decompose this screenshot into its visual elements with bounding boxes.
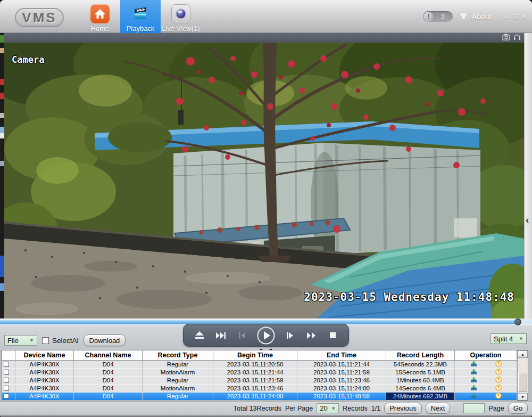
clock-icon[interactable] <box>495 361 502 368</box>
select-all-checkbox[interactable] <box>42 337 49 344</box>
table-row[interactable]: A4P4K30XD04Regular2023-03-15,11:20:50202… <box>2 361 517 369</box>
row-checkbox[interactable] <box>4 362 9 367</box>
alarm-badge[interactable]: ! 2 <box>423 11 453 22</box>
header-checkbox-col <box>2 350 15 360</box>
row-cell: 2023-03-15,11:23:46 <box>213 385 297 392</box>
next-page-button[interactable]: Next <box>426 403 451 414</box>
previous-frame-button[interactable] <box>235 328 250 343</box>
scrollbar-thumb[interactable] <box>518 373 527 392</box>
table-row[interactable]: A4P4K30XD04Regular2023-03-15,11:24:00202… <box>2 393 517 400</box>
row-cell: 15Seconds 5.1MB <box>386 369 455 376</box>
clock-icon[interactable] <box>495 377 502 384</box>
header-begin-time: Begin Time <box>213 350 297 360</box>
row-cell: 2023-03-15,11:21:44 <box>297 361 386 368</box>
row-cell: 54Seconds 22.3MB <box>386 361 455 368</box>
eject-button[interactable] <box>192 328 207 343</box>
expand-panel-icon: ‹ <box>526 214 529 226</box>
tab-playback-label: Playback <box>127 24 155 32</box>
row-cell: 2023-03-15,11:24:00 <box>297 385 386 392</box>
row-cell: MotionAlarm <box>143 385 213 392</box>
download-button[interactable]: Download <box>84 334 126 346</box>
row-operation-cell <box>455 385 517 392</box>
maximize-button[interactable]: □ <box>513 13 517 20</box>
fast-forward-button[interactable] <box>304 328 319 343</box>
page-number-input[interactable] <box>463 403 485 413</box>
table-header-row: Device Name Channel Name Record Type Beg… <box>2 350 517 361</box>
download-record-icon[interactable] <box>470 369 477 376</box>
split-dropdown[interactable]: Split 4 ▼ <box>491 333 527 344</box>
header-device-name: Device Name <box>15 350 74 360</box>
file-type-dropdown[interactable]: File ▼ <box>4 335 37 346</box>
skin-icon <box>458 12 469 21</box>
pagination-bar: Total 13Records Per Page 20 ▼ Records 1/… <box>0 401 532 415</box>
record-length-highlight: 24Minutes 692.3MB <box>386 393 454 400</box>
scroll-up-icon[interactable]: ▲ <box>518 350 528 358</box>
controls-row: File ▼ SelectAl Download <box>0 325 532 350</box>
go-button[interactable]: Go <box>508 403 528 414</box>
previous-page-button[interactable]: Previous <box>384 403 422 414</box>
home-icon <box>90 4 110 23</box>
row-checkbox[interactable] <box>4 386 9 391</box>
right-panel-handle[interactable]: ‹ <box>524 33 532 318</box>
table-row[interactable]: A4P4K30XD04Regular2023-03-15,11:21:59202… <box>2 377 517 385</box>
stop-button[interactable] <box>325 328 340 343</box>
download-record-icon[interactable] <box>470 361 477 368</box>
row-cell: A4P4K30X <box>15 361 74 368</box>
download-record-icon[interactable] <box>470 377 477 384</box>
records-page-value: 1/1 <box>371 405 380 412</box>
tab-home[interactable]: Home <box>80 0 120 33</box>
clock-icon[interactable] <box>495 393 502 400</box>
table-scrollbar[interactable]: ▲ ▼ <box>517 350 528 400</box>
records-table-section: Device Name Channel Name Record Type Beg… <box>0 350 532 401</box>
table-row[interactable]: A4P4K30XD04MotionAlarm2023-03-15,11:23:4… <box>2 385 517 393</box>
clock-icon[interactable] <box>495 385 502 392</box>
close-button[interactable]: × <box>522 13 527 20</box>
per-page-value: 20 <box>320 404 327 412</box>
row-cell: 2023-03-15,11:21:59 <box>297 369 386 376</box>
tab-home-label: Home <box>91 24 110 32</box>
row-operation-cell <box>455 361 517 368</box>
row-cell: D04 <box>74 393 143 400</box>
row-checkbox-cell <box>2 393 15 400</box>
table-row[interactable]: A4P4K30XD04MotionAlarm2023-03-15,11:21:4… <box>2 369 517 377</box>
next-frame-button[interactable] <box>282 328 297 343</box>
left-edge-strip <box>0 33 4 318</box>
row-cell: 14Seconds 6.4MB <box>386 385 455 392</box>
playback-control-bar <box>183 324 349 347</box>
chevron-down-icon: ▼ <box>29 338 34 343</box>
row-checkbox[interactable] <box>4 378 9 383</box>
play-button[interactable] <box>256 325 276 346</box>
row-cell: MotionAlarm <box>143 369 213 376</box>
seekbar-thumb[interactable] <box>514 318 521 325</box>
per-page-dropdown[interactable]: 20 ▼ <box>317 403 339 413</box>
about-button[interactable]: About <box>458 12 492 21</box>
clock-icon[interactable] <box>495 369 502 376</box>
next-record-button[interactable] <box>213 328 228 343</box>
row-checkbox[interactable] <box>4 394 9 399</box>
audio-icon[interactable] <box>513 33 521 43</box>
row-checkbox[interactable] <box>4 370 9 375</box>
header-channel-name: Channel Name <box>74 350 143 360</box>
row-checkbox-cell <box>2 377 15 384</box>
record-table-body: A4P4K30XD04Regular2023-03-15,11:20:50202… <box>2 361 517 400</box>
osd-camera-label: Camera <box>12 54 44 65</box>
minimize-button[interactable]: – <box>504 13 509 20</box>
records-label: Records <box>343 405 368 412</box>
main-tabs: Home Playback <box>80 0 201 33</box>
row-cell: 2023-03-15,11:24:00 <box>213 393 297 400</box>
download-record-icon[interactable] <box>470 393 477 400</box>
scroll-down-icon[interactable]: ▼ <box>518 393 528 400</box>
tab-live-view-label: Live View(1) <box>162 24 200 32</box>
about-label: About <box>472 12 492 21</box>
download-record-icon[interactable] <box>470 385 477 392</box>
row-cell: A4P4K30X <box>15 377 74 384</box>
snapshot-icon[interactable] <box>502 33 510 43</box>
row-checkbox-cell <box>2 361 15 368</box>
row-cell: Regular <box>143 361 213 368</box>
tab-playback[interactable]: Playback <box>120 0 161 33</box>
video-frame[interactable]: Camera 2023-03-15 Wednesday 11:48:48 <box>4 43 524 318</box>
row-cell: D04 <box>74 377 143 384</box>
video-panel[interactable]: Camera 2023-03-15 Wednesday 11:48:48 <box>4 33 524 318</box>
tab-live-view[interactable]: Live View(1) <box>161 0 201 33</box>
row-cell: Regular <box>143 393 213 400</box>
